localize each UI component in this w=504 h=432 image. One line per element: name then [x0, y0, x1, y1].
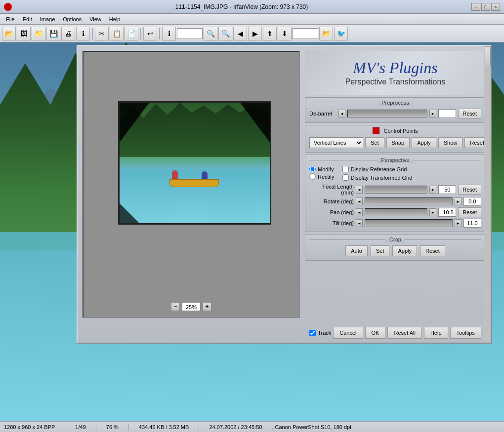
info-button[interactable]: ℹ	[76, 27, 90, 40]
pan-slider[interactable]	[365, 208, 427, 216]
next-button[interactable]: ▶	[248, 27, 262, 40]
reset-all-button[interactable]: Reset All	[387, 327, 421, 339]
focal-length-label: Focal Length (mm)	[309, 184, 354, 196]
cp-header: Control Points	[309, 127, 481, 134]
pan-reset-button[interactable]: Reset	[458, 207, 481, 217]
bird-button[interactable]: 🐦	[334, 27, 348, 40]
track-checkbox[interactable]	[309, 330, 316, 336]
focal-right-arrow[interactable]: ►	[429, 186, 436, 194]
crop-auto-button[interactable]: Auto	[345, 245, 368, 256]
zoom-input[interactable]: 76.0	[177, 28, 203, 39]
cp-show-button[interactable]: Show	[438, 137, 463, 148]
rotate-left-arrow[interactable]: ◄	[356, 197, 363, 205]
menu-help[interactable]: Help	[105, 15, 125, 23]
browse-button[interactable]: 📁	[32, 27, 45, 40]
menu-bar: File Edit Image Options View Help	[0, 14, 504, 25]
zoom-out-button[interactable]: 🔍	[218, 27, 232, 40]
tilt-right-arrow[interactable]: ►	[455, 219, 462, 227]
rectify-radio[interactable]	[309, 173, 316, 180]
minimize-button[interactable]: −	[471, 3, 480, 11]
track-checkbox-group: Track	[309, 330, 331, 336]
ok-button[interactable]: OK	[365, 327, 386, 339]
crop-apply-button[interactable]: Apply	[392, 245, 417, 256]
cancel-button[interactable]: Cancel	[333, 327, 363, 339]
preprocess-section: Preprocess De-barrel ◄ ► 0 Reset	[305, 97, 486, 123]
rotate-right-arrow[interactable]: ►	[455, 197, 462, 205]
focal-reset-button[interactable]: Reset	[458, 185, 481, 195]
tooltips-button[interactable]: Tooltips	[450, 327, 481, 339]
open-button[interactable]: 📂	[2, 27, 16, 40]
paste-button[interactable]: 📄	[125, 27, 138, 40]
help-button[interactable]: Help	[424, 327, 448, 339]
first-button[interactable]: ⬆	[263, 27, 277, 40]
debarrel-row: De-barrel ◄ ► 0 Reset	[309, 109, 481, 118]
dialog-scrollbar[interactable]	[484, 46, 491, 343]
debarrel-slider-right[interactable]: ►	[429, 110, 436, 118]
menu-file[interactable]: File	[2, 15, 19, 23]
tilt-value[interactable]	[463, 219, 481, 228]
rotate-slider[interactable]	[365, 197, 453, 205]
rotate-value[interactable]	[463, 197, 481, 206]
debarrel-reset-button[interactable]: Reset	[458, 109, 481, 118]
display-ref-grid-label: Display Reference Grid	[351, 166, 407, 172]
menu-view[interactable]: View	[85, 15, 105, 23]
restore-button[interactable]: □	[481, 3, 490, 11]
undo-button[interactable]: ↩	[143, 27, 157, 40]
print-button[interactable]: 🖨	[61, 27, 75, 40]
scroll-thumb[interactable]	[485, 46, 491, 66]
pan-value[interactable]	[438, 208, 456, 217]
perspective-title: Perspective	[309, 157, 481, 163]
copy-button[interactable]: 📋	[110, 27, 124, 40]
modify-radio[interactable]	[309, 166, 316, 172]
perspective-overlay	[120, 103, 270, 223]
main-area: − 25% + MV's Plugins Perspective Transfo…	[0, 42, 504, 421]
display-ref-grid-checkbox[interactable]	[342, 166, 349, 172]
status-sep-4	[199, 424, 199, 431]
rotate-row: Rotate (deg) ◄ ►	[309, 197, 481, 206]
pan-right-arrow[interactable]: ►	[429, 208, 436, 216]
save-button[interactable]: 💾	[46, 27, 60, 40]
thumbnail-button[interactable]: 🖼	[17, 27, 31, 40]
tilt-left-arrow[interactable]: ◄	[356, 219, 363, 227]
nav-input[interactable]: 1/49	[293, 28, 318, 39]
pan-left-arrow[interactable]: ◄	[356, 208, 363, 216]
cp-snap-button[interactable]: Snap	[386, 137, 410, 148]
crop-set-button[interactable]: Set	[371, 245, 390, 256]
crop-buttons-row: Auto Set Apply Reset	[309, 245, 481, 256]
crop-reset-button[interactable]: Reset	[420, 245, 445, 256]
app-logo-icon	[4, 3, 12, 11]
folder-button[interactable]: 📂	[319, 27, 333, 40]
focal-slider[interactable]	[365, 186, 427, 194]
dark-corner-tl	[120, 103, 149, 142]
tilt-slider[interactable]	[365, 219, 453, 227]
toolbar-sep-1	[92, 28, 93, 39]
close-button[interactable]: ×	[491, 3, 500, 11]
prev-button[interactable]: ◀	[233, 27, 247, 40]
debarrel-value[interactable]: 0	[438, 109, 456, 118]
preview-zoom-minus-btn[interactable]: +	[203, 302, 211, 311]
focal-value[interactable]	[438, 185, 456, 194]
cut-button[interactable]: ✂	[95, 27, 109, 40]
zoom-in-button[interactable]: 🔍	[204, 27, 217, 40]
status-bar: 1280 x 960 x 24 BPP 1/49 76 % 434.46 KB …	[0, 421, 504, 432]
menu-options[interactable]: Options	[59, 15, 85, 23]
status-nav: 1/49	[75, 424, 85, 430]
status-filesize: 434.46 KB / 3.52 MB	[139, 424, 189, 430]
status-sep-3	[128, 424, 129, 431]
debarrel-slider-track[interactable]	[347, 110, 427, 118]
crop-section: Crop Auto Set Apply Reset	[305, 234, 486, 261]
info2-button[interactable]: ℹ	[162, 27, 176, 40]
dialog-footer: Track Cancel OK Reset All Help Tooltips	[305, 327, 486, 339]
menu-edit[interactable]: Edit	[19, 15, 36, 23]
menu-image[interactable]: Image	[36, 15, 59, 23]
cp-type-select[interactable]: Vertical Lines Horizontal Lines	[309, 137, 363, 148]
window-controls: − □ ×	[471, 3, 500, 11]
last-button[interactable]: ⬇	[278, 27, 292, 40]
focal-left-arrow[interactable]: ◄	[356, 186, 363, 194]
cp-set-button[interactable]: Set	[365, 137, 384, 148]
display-trans-grid-checkbox[interactable]	[342, 174, 349, 181]
rectify-label: Rectify	[318, 174, 335, 180]
cp-apply-button[interactable]: Apply	[412, 137, 436, 148]
debarrel-slider-left[interactable]: ◄	[338, 110, 345, 118]
preview-zoom-plus-btn[interactable]: −	[171, 302, 180, 311]
